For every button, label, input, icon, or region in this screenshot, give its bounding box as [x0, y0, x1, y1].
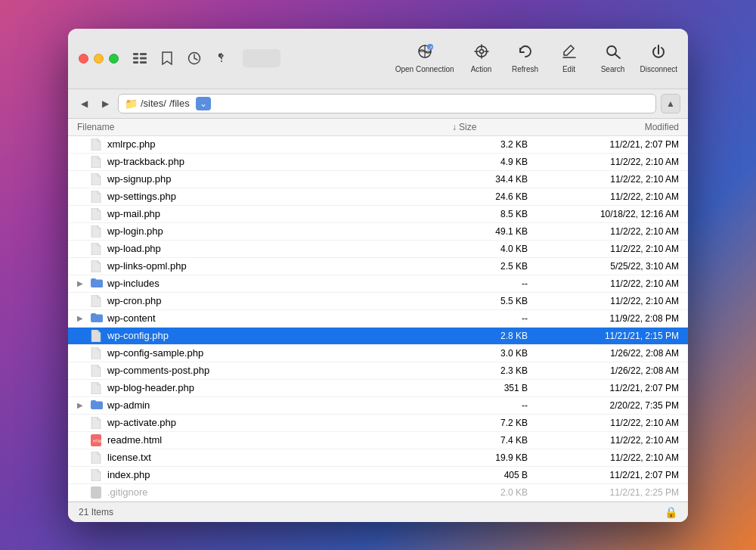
php-icon	[91, 469, 103, 481]
file-size: 3.2 KB	[452, 139, 528, 150]
file-name-text: wp-activate.php	[107, 417, 176, 428]
table-row[interactable]: wp-load.php4.0 KB11/2/22, 2:10 AM	[68, 241, 688, 258]
file-name-text: wp-admin	[107, 399, 150, 411]
php-icon	[91, 347, 103, 359]
file-name-text: license.txt	[107, 452, 151, 463]
minimize-button[interactable]	[94, 54, 104, 64]
file-name-text: wp-config.php	[107, 330, 169, 341]
table-row[interactable]: wp-blog-header.php351 B11/2/21, 2:07 PM	[68, 380, 688, 397]
history-icon[interactable]	[184, 48, 205, 69]
toolbar-actions: ↗ Open Connection Action	[395, 44, 677, 73]
back-button[interactable]: ◀	[76, 95, 92, 112]
table-row[interactable]: wp-signup.php34.4 KB11/2/22, 2:10 AM	[68, 171, 688, 188]
txt-icon	[91, 452, 103, 464]
titlebar: ↗ Open Connection Action	[68, 29, 688, 89]
file-name-cell: wp-comments-post.php	[77, 365, 452, 377]
open-connection-icon: ↗	[416, 44, 434, 63]
svg-line-21	[615, 54, 620, 58]
table-row[interactable]: wp-comments-post.php2.3 KB1/26/22, 2:08 …	[68, 362, 688, 380]
path-end: /files	[169, 98, 190, 109]
file-name-cell: wp-links-opml.php	[77, 260, 452, 272]
table-row[interactable]: wp-settings.php24.6 KB11/2/22, 2:10 AM	[68, 188, 688, 206]
file-modified: 1/26/22, 2:08 AM	[528, 348, 679, 359]
file-name-text: wp-settings.php	[107, 191, 176, 202]
file-modified: 11/2/22, 2:10 AM	[528, 191, 679, 202]
table-row[interactable]: ▶wp-includes--11/2/22, 2:10 AM	[68, 275, 688, 293]
php-icon	[91, 225, 103, 238]
expand-arrow[interactable]: ▶	[77, 401, 86, 409]
col-filename-header: Filename	[77, 122, 452, 132]
table-row[interactable]: ▶wp-admin--2/20/22, 7:35 PM	[68, 397, 688, 415]
addressbar: ◀ ▶ 📁 /sites/ /files ⌄ ▲	[68, 89, 688, 119]
file-name-text: index.php	[107, 469, 150, 480]
fullscreen-button[interactable]	[109, 54, 119, 64]
table-row[interactable]: ▶wp-content--11/9/22, 2:08 PM	[68, 310, 688, 328]
file-size: 7.4 KB	[452, 435, 528, 446]
svg-rect-5	[140, 61, 147, 64]
expand-arrow[interactable]: ▶	[77, 314, 86, 322]
refresh-button[interactable]: Refresh	[509, 44, 542, 73]
action-icon	[473, 44, 490, 63]
table-row[interactable]: wp-links-opml.php2.5 KB5/25/22, 3:10 AM	[68, 258, 688, 275]
refresh-icon	[517, 44, 534, 63]
up-directory-button[interactable]: ▲	[661, 94, 680, 113]
php-icon	[91, 208, 103, 220]
file-modified: 11/2/21, 2:07 PM	[528, 470, 679, 480]
forward-button[interactable]: ▶	[97, 95, 113, 112]
file-modified: 11/2/21, 2:07 PM	[528, 139, 679, 150]
table-row[interactable]: wp-login.php49.1 KB11/2/22, 2:10 AM	[68, 223, 688, 241]
close-button[interactable]	[79, 54, 88, 64]
file-name-text: readme.html	[107, 434, 162, 446]
info-icon[interactable]	[211, 48, 232, 69]
file-modified: 11/2/22, 2:10 AM	[528, 296, 679, 306]
table-row[interactable]: wp-mail.php8.5 KB10/18/22, 12:16 AM	[68, 206, 688, 223]
table-row[interactable]: wp-config.php2.8 KB11/21/21, 2:15 PM	[68, 328, 688, 345]
filelist-header: Filename ↓ Size Modified	[68, 119, 688, 136]
table-row[interactable]: wp-activate.php7.2 KB11/2/22, 2:10 AM	[68, 415, 688, 432]
file-name-text: wp-blog-header.php	[107, 382, 194, 393]
open-connection-label: Open Connection	[395, 65, 454, 73]
file-name-cell: index.php	[77, 469, 452, 481]
file-size: --	[452, 313, 528, 324]
table-row[interactable]: wp-trackback.php4.9 KB11/2/22, 2:10 AM	[68, 154, 688, 171]
disconnect-button[interactable]: Disconnect	[640, 44, 677, 73]
file-modified: 11/2/22, 2:10 AM	[528, 157, 679, 167]
table-row[interactable]: wp-config-sample.php3.0 KB1/26/22, 2:08 …	[68, 345, 688, 362]
file-modified: 2/20/22, 7:35 PM	[528, 400, 679, 411]
file-modified: 11/2/22, 2:10 AM	[528, 435, 679, 446]
table-row[interactable]: license.txt19.9 KB11/2/22, 2:10 AM	[68, 449, 688, 467]
edit-button[interactable]: Edit	[553, 44, 586, 73]
action-button[interactable]: Action	[465, 44, 498, 73]
bookmark-icon[interactable]	[156, 48, 178, 69]
table-row[interactable]: HTMLreadme.html7.4 KB11/2/22, 2:10 AM	[68, 432, 688, 449]
expand-arrow[interactable]: ▶	[77, 279, 86, 287]
file-modified: 11/2/21, 2:25 PM	[528, 487, 679, 498]
svg-rect-3	[140, 53, 147, 55]
lock-icon: 🔒	[665, 506, 677, 518]
table-row[interactable]: .gitignore2.0 KB11/2/21, 2:25 PM	[68, 484, 688, 502]
search-button[interactable]: Search	[596, 44, 630, 73]
table-row[interactable]: index.php405 B11/2/21, 2:07 PM	[68, 467, 688, 484]
table-row[interactable]: xmlrpc.php3.2 KB11/2/21, 2:07 PM	[68, 136, 688, 154]
folder-icon	[91, 399, 103, 412]
file-name-cell: wp-activate.php	[77, 417, 452, 429]
table-row[interactable]: wp-cron.php5.5 KB11/2/22, 2:10 AM	[68, 293, 688, 310]
connection-selector[interactable]	[243, 49, 280, 67]
file-name-text: wp-comments-post.php	[107, 365, 209, 376]
file-name-text: .gitignore	[107, 486, 147, 498]
svg-rect-2	[133, 61, 138, 64]
open-connection-button[interactable]: ↗ Open Connection	[395, 44, 454, 73]
statusbar: 21 Items 🔒	[68, 502, 688, 522]
path-stepper[interactable]: ⌄	[196, 97, 211, 110]
svg-text:HTML: HTML	[93, 439, 101, 443]
file-size: 7.2 KB	[452, 418, 528, 428]
path-display[interactable]: 📁 /sites/ /files ⌄	[118, 94, 656, 113]
php-icon	[91, 191, 103, 203]
svg-point-14	[479, 49, 483, 53]
traffic-lights	[79, 54, 119, 64]
view-toggle-icon[interactable]	[129, 48, 150, 69]
file-size: 4.0 KB	[452, 244, 528, 254]
main-window: ↗ Open Connection Action	[68, 29, 688, 522]
file-name-text: wp-signup.php	[107, 173, 172, 185]
file-name-text: wp-links-opml.php	[107, 260, 187, 272]
